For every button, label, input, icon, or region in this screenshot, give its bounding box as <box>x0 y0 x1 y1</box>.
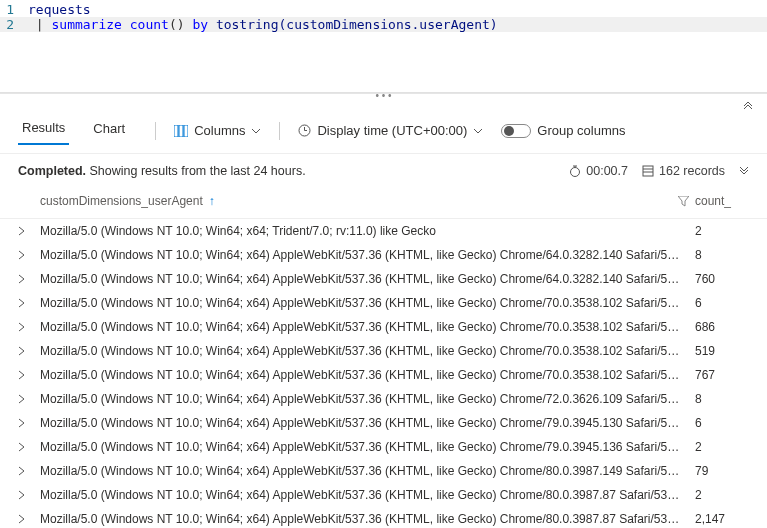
cell-count: 2,147 <box>695 512 749 526</box>
cell-useragent: Mozilla/5.0 (Windows NT 10.0; Win64; x64… <box>40 512 695 526</box>
query-duration: 00:00.7 <box>569 164 628 178</box>
line-number: 2 <box>0 17 28 32</box>
table-row[interactable]: Mozilla/5.0 (Windows NT 10.0; Win64; x64… <box>0 435 767 459</box>
chevron-down-icon <box>473 128 483 134</box>
cell-useragent: Mozilla/5.0 (Windows NT 10.0; Win64; x64… <box>40 320 695 334</box>
columns-label: Columns <box>194 123 245 138</box>
panel-splitter[interactable]: • • • <box>0 93 767 108</box>
results-meta: Completed. Showing results from the last… <box>0 154 767 184</box>
group-columns-label: Group columns <box>537 123 625 138</box>
svg-rect-0 <box>174 125 178 137</box>
columns-icon <box>174 125 188 137</box>
expand-row-icon[interactable] <box>18 466 40 476</box>
expand-row-icon[interactable] <box>18 490 40 500</box>
table-row[interactable]: Mozilla/5.0 (Windows NT 10.0; Win64; x64… <box>0 411 767 435</box>
results-table: customDimensions_userAgent ↑ count_ Mozi… <box>0 184 767 528</box>
cell-count: 6 <box>695 416 749 430</box>
query-editor[interactable]: 1 requests 2 | summarize count() by tost… <box>0 0 767 93</box>
expand-row-icon[interactable] <box>18 514 40 524</box>
expand-row-icon[interactable] <box>18 250 40 260</box>
display-time-button[interactable]: Display time (UTC+00:00) <box>292 121 489 140</box>
expand-row-icon[interactable] <box>18 370 40 380</box>
table-row[interactable]: Mozilla/5.0 (Windows NT 10.0; Win64; x64… <box>0 339 767 363</box>
cell-count: 8 <box>695 248 749 262</box>
expand-row-icon[interactable] <box>18 322 40 332</box>
sort-asc-icon: ↑ <box>209 194 215 208</box>
svg-point-4 <box>571 168 580 177</box>
svg-rect-5 <box>643 166 653 176</box>
cell-count: 2 <box>695 224 749 238</box>
cell-useragent: Mozilla/5.0 (Windows NT 10.0; Win64; x64… <box>40 272 695 286</box>
expand-row-icon[interactable] <box>18 346 40 356</box>
expand-row-icon[interactable] <box>18 274 40 284</box>
display-time-label: Display time (UTC+00:00) <box>317 123 467 138</box>
table-row[interactable]: Mozilla/5.0 (Windows NT 10.0; Win64; x64… <box>0 459 767 483</box>
cell-useragent: Mozilla/5.0 (Windows NT 10.0; Win64; x64… <box>40 440 695 454</box>
cell-count: 2 <box>695 440 749 454</box>
stopwatch-icon <box>569 165 581 177</box>
expand-row-icon[interactable] <box>18 226 40 236</box>
header-count[interactable]: count_ <box>695 194 749 208</box>
cell-useragent: Mozilla/5.0 (Windows NT 10.0; Win64; x64… <box>40 248 695 262</box>
cell-useragent: Mozilla/5.0 (Windows NT 10.0; Win64; x64… <box>40 368 695 382</box>
editor-line-2[interactable]: 2 | summarize count() by tostring(custom… <box>0 17 767 32</box>
expand-row-icon[interactable] <box>18 442 40 452</box>
cell-count: 519 <box>695 344 749 358</box>
cell-useragent: Mozilla/5.0 (Windows NT 10.0; Win64; x64… <box>40 296 695 310</box>
cell-count: 760 <box>695 272 749 286</box>
results-toolbar: Results Chart Columns Display time (UTC+… <box>0 108 767 154</box>
collapse-up-icon[interactable] <box>743 100 753 110</box>
cell-useragent: Mozilla/5.0 (Windows NT 10.0; Win64; x64… <box>40 416 695 430</box>
table-row[interactable]: Mozilla/5.0 (Windows NT 10.0; Win64; x64… <box>0 387 767 411</box>
records-icon <box>642 165 654 177</box>
cell-count: 6 <box>695 296 749 310</box>
separator <box>155 122 156 140</box>
drag-handle-icon: • • • <box>375 90 391 101</box>
tab-results[interactable]: Results <box>18 116 69 145</box>
cell-count: 2 <box>695 488 749 502</box>
table-row[interactable]: Mozilla/5.0 (Windows NT 10.0; Win64; x64… <box>0 291 767 315</box>
cell-useragent: Mozilla/5.0 (Windows NT 10.0; Win64; x64… <box>40 392 695 406</box>
cell-useragent: Mozilla/5.0 (Windows NT 10.0; Win64; x64… <box>40 224 695 238</box>
cell-count: 686 <box>695 320 749 334</box>
expand-row-icon[interactable] <box>18 418 40 428</box>
cell-useragent: Mozilla/5.0 (Windows NT 10.0; Win64; x64… <box>40 344 695 358</box>
collapse-down-icon[interactable] <box>739 166 749 176</box>
tab-chart[interactable]: Chart <box>89 117 129 144</box>
expand-row-icon[interactable] <box>18 298 40 308</box>
line-number: 1 <box>0 2 28 17</box>
expand-row-icon[interactable] <box>18 394 40 404</box>
header-useragent[interactable]: customDimensions_userAgent ↑ <box>40 194 695 208</box>
table-row[interactable]: Mozilla/5.0 (Windows NT 10.0; Win64; x64… <box>0 315 767 339</box>
table-header: customDimensions_userAgent ↑ count_ <box>0 184 767 219</box>
cell-count: 767 <box>695 368 749 382</box>
filter-icon[interactable] <box>678 196 689 207</box>
clock-icon <box>298 124 311 137</box>
table-body: Mozilla/5.0 (Windows NT 10.0; Win64; x64… <box>0 219 767 528</box>
table-row[interactable]: Mozilla/5.0 (Windows NT 10.0; Win64; x64… <box>0 363 767 387</box>
code-text: | summarize count() by tostring(customDi… <box>28 17 498 32</box>
separator <box>279 122 280 140</box>
svg-rect-2 <box>184 125 188 137</box>
status-text: Completed. Showing results from the last… <box>18 164 306 178</box>
table-row[interactable]: Mozilla/5.0 (Windows NT 10.0; Win64; x64… <box>0 483 767 507</box>
table-row[interactable]: Mozilla/5.0 (Windows NT 10.0; Win64; x64… <box>0 507 767 528</box>
cell-useragent: Mozilla/5.0 (Windows NT 10.0; Win64; x64… <box>40 488 695 502</box>
svg-rect-1 <box>179 125 183 137</box>
table-row[interactable]: Mozilla/5.0 (Windows NT 10.0; Win64; x64… <box>0 243 767 267</box>
toggle-off-icon <box>501 124 531 138</box>
chevron-down-icon <box>251 128 261 134</box>
columns-button[interactable]: Columns <box>168 121 267 140</box>
group-columns-toggle[interactable]: Group columns <box>495 121 631 140</box>
cell-count: 79 <box>695 464 749 478</box>
record-count: 162 records <box>642 164 725 178</box>
code-text: requests <box>28 2 91 17</box>
editor-line-1[interactable]: 1 requests <box>0 2 767 17</box>
table-row[interactable]: Mozilla/5.0 (Windows NT 10.0; Win64; x64… <box>0 267 767 291</box>
cell-useragent: Mozilla/5.0 (Windows NT 10.0; Win64; x64… <box>40 464 695 478</box>
cell-count: 8 <box>695 392 749 406</box>
table-row[interactable]: Mozilla/5.0 (Windows NT 10.0; Win64; x64… <box>0 219 767 243</box>
